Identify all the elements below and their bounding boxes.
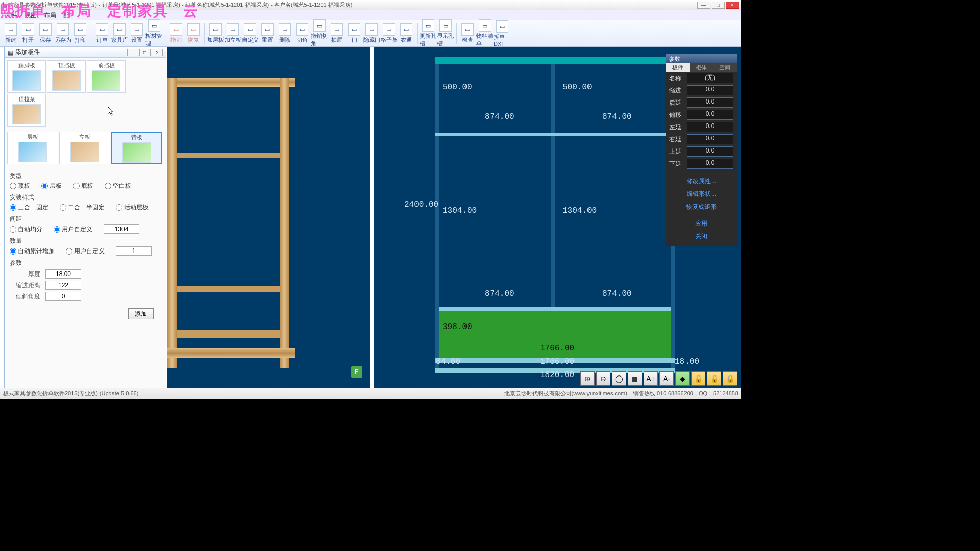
radio-用户自定义[interactable]: 用户自定义 bbox=[66, 247, 105, 256]
params-panel[interactable]: 参数 板件 柜体 空间 名称(无) 缩进0.0后延0.0偏移0.0左延0.0右延… bbox=[666, 54, 737, 246]
dialog-min-button[interactable]: — bbox=[127, 49, 138, 56]
panel-thumb-层板[interactable]: 层板 bbox=[7, 132, 58, 164]
tab-cabinet[interactable]: 柜体 bbox=[690, 63, 713, 72]
thumb-icon bbox=[92, 70, 120, 91]
zoom-fit-button[interactable]: ◯ bbox=[612, 371, 626, 386]
toolbar-打开[interactable]: ▭打开 bbox=[19, 23, 37, 44]
toolbar-订单[interactable]: ▭订单 bbox=[93, 23, 111, 44]
toolbar-新建[interactable]: ▭新建 bbox=[2, 23, 19, 44]
r-dist-input[interactable] bbox=[104, 224, 139, 234]
lock2-button[interactable]: 🔒 bbox=[707, 371, 721, 386]
radio-空白板[interactable]: 空白板 bbox=[105, 182, 131, 190]
toolbar-物料清单[interactable]: ▭物料清单 bbox=[476, 19, 494, 47]
zoom-out-button[interactable]: ⊖ bbox=[596, 371, 610, 386]
toolbar-自定义[interactable]: ▭自定义 bbox=[241, 23, 259, 44]
name-input[interactable]: (无) bbox=[687, 73, 733, 83]
toolbar-隐藏门[interactable]: ▭隐藏门 bbox=[363, 23, 380, 44]
panel-thumb-顶挡板[interactable]: 顶挡板 bbox=[47, 60, 86, 93]
link-apply[interactable]: 应用 bbox=[666, 217, 737, 230]
param-input-左延[interactable]: 0.0 bbox=[687, 122, 733, 132]
panel-thumb-立板[interactable]: 立板 bbox=[59, 132, 110, 164]
maximize-button[interactable]: □ bbox=[712, 2, 725, 9]
radio-顶板[interactable]: 顶板 bbox=[10, 182, 30, 190]
tab-space[interactable]: 空间 bbox=[713, 63, 737, 72]
param-input-偏移[interactable]: 0.0 bbox=[687, 110, 733, 120]
view-3d[interactable]: F bbox=[167, 47, 372, 388]
font-smaller-button[interactable]: A- bbox=[659, 371, 674, 386]
param-input-右延[interactable]: 0.0 bbox=[687, 134, 733, 144]
toolbar-显示孔槽[interactable]: ▭显示孔槽 bbox=[437, 19, 454, 47]
toolbar-格子架[interactable]: ▭格子架 bbox=[380, 23, 398, 44]
add-button[interactable]: 添加 bbox=[128, 308, 154, 319]
radio-三合一固定[interactable]: 三合一固定 bbox=[10, 203, 48, 212]
param-input-下延[interactable]: 0.0 bbox=[687, 159, 733, 169]
thickness-input[interactable] bbox=[45, 269, 81, 279]
lock3-button[interactable]: 🔒 bbox=[723, 371, 737, 386]
photo-button[interactable]: ▦ bbox=[628, 371, 642, 386]
toolbar-更新孔槽[interactable]: ▭更新孔槽 bbox=[420, 19, 437, 47]
indent-input[interactable] bbox=[45, 281, 81, 290]
link-close[interactable]: 关闭 bbox=[666, 230, 737, 243]
panel-thumb-背板[interactable]: 背板 bbox=[111, 132, 162, 164]
menu-item[interactable]: 配? bbox=[63, 11, 73, 19]
toolbar-设置[interactable]: ▭设置 bbox=[128, 23, 145, 44]
toolbar-另存为[interactable]: ▭另存为 bbox=[54, 23, 71, 44]
radio-活动层板[interactable]: 活动层板 bbox=[116, 203, 149, 212]
radio-自动均分[interactable]: 自动均分 bbox=[10, 225, 42, 234]
menu-item[interactable]: 布局 bbox=[44, 11, 56, 19]
radio-二合一半固定[interactable]: 二合一半固定 bbox=[60, 203, 105, 212]
param-input-后延[interactable]: 0.0 bbox=[687, 97, 733, 108]
toolbar-加层板[interactable]: ▭加层板 bbox=[207, 23, 224, 44]
zoom-in-button[interactable]: ⊕ bbox=[580, 371, 595, 386]
tag-button[interactable]: ◆ bbox=[675, 371, 690, 386]
toolbar-icon: ▭ bbox=[148, 19, 160, 32]
toolbar-加立板[interactable]: ▭加立板 bbox=[224, 23, 241, 44]
dim-w2b: 874.00 bbox=[602, 289, 632, 298]
toolbar-拆单DXF[interactable]: ▭拆单DXF bbox=[494, 20, 511, 47]
toolbar-撤消[interactable]: ▭撤消 bbox=[167, 23, 185, 44]
dialog-close-button[interactable]: × bbox=[152, 49, 163, 56]
view-2d[interactable]: 2400.00 500.00 500.00 874.00 874.00 1304… bbox=[374, 47, 741, 388]
toolbar-打印[interactable]: ▭打印 bbox=[71, 23, 89, 44]
close-button[interactable]: × bbox=[726, 2, 739, 9]
toolbar-保存[interactable]: ▭保存 bbox=[37, 23, 54, 44]
font-bigger-button[interactable]: A+ bbox=[644, 371, 658, 386]
toolbar-撤销切角[interactable]: ▭撤销切角 bbox=[311, 19, 328, 47]
panel-thumb-顶拉条[interactable]: 顶拉条 bbox=[7, 94, 46, 127]
toolbar-衣通[interactable]: ▭衣通 bbox=[398, 23, 415, 44]
toolbar-恢复[interactable]: ▭恢复 bbox=[185, 23, 202, 44]
link-props[interactable]: 修改属性... bbox=[666, 175, 737, 188]
panel-thumb-踢脚板[interactable]: 踢脚板 bbox=[7, 60, 46, 93]
toolbar-板材管理[interactable]: ▭板材管理 bbox=[145, 19, 163, 47]
menu-item[interactable]: 视图 bbox=[24, 11, 37, 19]
radio-底板[interactable]: 底板 bbox=[73, 182, 93, 190]
param-input-缩进[interactable]: 0.0 bbox=[687, 85, 733, 95]
r-qty-input[interactable] bbox=[116, 246, 152, 256]
toolbar-家具库[interactable]: ▭家具库 bbox=[111, 23, 128, 44]
link-rect[interactable]: 恢复成矩形 bbox=[666, 201, 737, 213]
minimize-button[interactable]: — bbox=[697, 2, 710, 9]
toolbar-icon: ▭ bbox=[279, 23, 291, 36]
menu-item[interactable]: 文件 bbox=[5, 11, 17, 19]
radio-用户自定义[interactable]: 用户自定义 bbox=[54, 225, 92, 234]
cabinet-3d bbox=[167, 62, 295, 358]
section-label-param: 参数 bbox=[10, 259, 161, 267]
panel-thumb-前挡板[interactable]: 前挡板 bbox=[87, 60, 126, 93]
link-shape[interactable]: 编辑形状... bbox=[666, 188, 737, 201]
radio-自动累计增加[interactable]: 自动累计增加 bbox=[10, 247, 55, 256]
toolbar-icon: ▭ bbox=[113, 23, 126, 36]
thumb-icon bbox=[70, 142, 99, 162]
toolbar-重置[interactable]: ▭重置 bbox=[259, 23, 276, 44]
toolbar-删除[interactable]: ▭删除 bbox=[276, 23, 293, 44]
tab-panel[interactable]: 板件 bbox=[666, 63, 690, 72]
toolbar-门[interactable]: ▭门 bbox=[346, 23, 363, 44]
toolbar-抽屉[interactable]: ▭抽屉 bbox=[328, 23, 346, 44]
radio-层板[interactable]: 层板 bbox=[41, 182, 62, 190]
dialog-max-button[interactable]: □ bbox=[139, 49, 151, 56]
angle-input[interactable] bbox=[45, 292, 81, 301]
lock1-button[interactable]: 🔒 bbox=[691, 371, 705, 386]
toolbar-切角[interactable]: ▭切角 bbox=[293, 23, 311, 44]
toolbar-检查[interactable]: ▭检查 bbox=[459, 23, 476, 44]
panel-icon: ▦ bbox=[8, 49, 13, 56]
param-input-上延[interactable]: 0.0 bbox=[687, 146, 733, 157]
